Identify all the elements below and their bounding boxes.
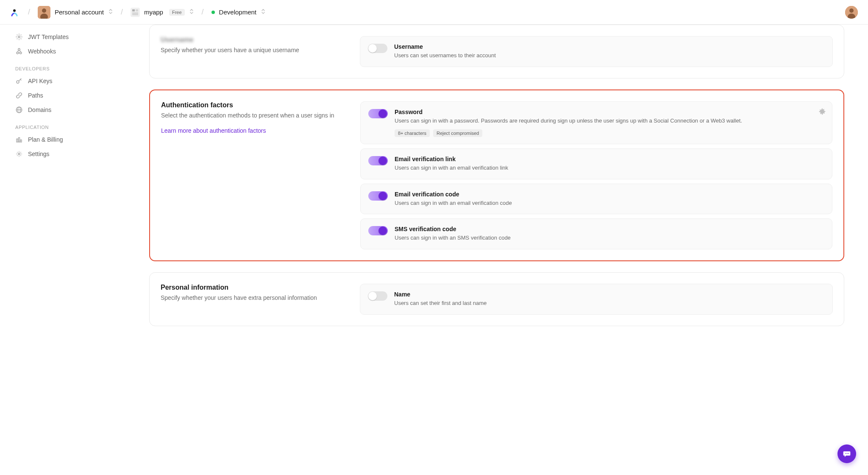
columns-icon [15,136,23,143]
account-name: Personal account [55,8,104,16]
sidebar-item-paths[interactable]: Paths [10,88,119,103]
sidebar: JWT TemplatesWebhooks DEVELOPERSAPI Keys… [0,25,125,343]
option-tag: Reject compromised [433,129,482,137]
sidebar-item-label: Paths [28,92,43,99]
section-username: Username Specify whether your users have… [149,25,844,78]
chevron-updown-icon [261,8,266,16]
toggle-name[interactable] [368,291,387,301]
profile-avatar[interactable] [845,6,858,19]
webhooks-icon [15,48,23,55]
option-row: UsernameUsers can set usernames to their… [360,36,833,67]
option-desc: Users can sign in with an email verifica… [395,164,824,172]
svg-point-10 [18,36,20,38]
app-tile-icon [131,8,140,17]
svg-rect-17 [17,139,18,142]
toggle-email-verification-code[interactable] [368,191,388,201]
env-status-dot [211,11,215,14]
option-row: PasswordUsers can sign in with a passwor… [360,101,832,144]
section-auth-factors: Authentication factors Select the authen… [149,89,844,261]
section-title: Username [161,36,343,44]
breadcrumb-separator: / [202,8,204,17]
option-title: Password [395,109,824,115]
section-desc: Specify whether your users have a unique… [161,46,343,55]
svg-point-20 [18,153,20,155]
sidebar-item-settings[interactable]: Settings [10,147,119,161]
sidebar-group-header: APPLICATION [10,117,119,132]
sidebar-item-label: Domains [28,106,51,113]
option-row: Email verification linkUsers can sign in… [360,148,832,179]
option-desc: Users can sign in with an SMS verificati… [395,234,824,242]
app-name: myapp [144,8,163,16]
svg-rect-5 [136,9,138,11]
option-title: Name [394,291,825,298]
option-title: Email verification code [395,191,824,198]
sidebar-item-label: Settings [28,151,50,157]
sidebar-item-jwt-templates[interactable]: JWT Templates [10,30,119,44]
option-desc: Users can sign in with an email verifica… [395,199,824,207]
account-switcher[interactable]: Personal account [38,6,113,19]
option-desc: Users can set their first and last name [394,299,825,307]
sidebar-group-header: DEVELOPERS [10,59,119,74]
option-title: SMS verification code [395,226,824,232]
toggle-sms-verification-code[interactable] [368,226,388,235]
svg-rect-6 [132,12,138,15]
section-personal-info: Personal information Specify whether you… [149,272,844,326]
env-switcher[interactable]: Development [211,8,266,16]
key-icon [15,77,23,85]
sidebar-item-webhooks[interactable]: Webhooks [10,44,119,59]
section-desc: Select the authentication methods to pre… [161,112,343,120]
plan-badge: Free [169,9,185,16]
option-row: SMS verification codeUsers can sign in w… [360,218,832,249]
option-row: NameUsers can set their first and last n… [360,284,833,315]
svg-rect-4 [132,9,135,11]
breadcrumb: / Personal account / myapp Free / Develo… [8,6,266,19]
sidebar-item-domains[interactable]: Domains [10,103,119,117]
app-switcher[interactable]: myapp Free [131,8,194,17]
option-desc: Users can set usernames to their account [394,52,825,60]
sidebar-item-label: Webhooks [28,48,56,55]
sidebar-item-label: Plan & Billing [28,136,63,143]
gear-star-icon [15,33,23,41]
env-name: Development [219,8,256,16]
svg-point-0 [13,9,16,12]
svg-rect-19 [20,140,22,142]
chevron-updown-icon [189,8,194,16]
svg-point-14 [17,81,19,83]
gear-icon [15,150,23,158]
breadcrumb-separator: / [28,8,30,17]
svg-point-2 [42,8,46,13]
option-title: Email verification link [395,156,824,162]
toggle-password[interactable] [368,109,388,118]
option-desc: Users can sign in with a password. Passw… [395,117,824,125]
sidebar-item-plan-billing[interactable]: Plan & Billing [10,132,119,147]
svg-point-11 [17,52,19,54]
option-tag: 8+ characters [395,129,430,137]
learn-more-link[interactable]: Learn more about authentication factors [161,127,266,134]
option-settings-button[interactable] [818,108,826,117]
toggle-username[interactable] [368,44,387,53]
app-logo[interactable] [8,6,20,18]
breadcrumb-separator: / [121,8,123,17]
svg-point-12 [20,52,22,54]
section-title: Personal information [161,284,343,291]
globe-icon [15,106,23,114]
section-desc: Specify whether your users have extra pe… [161,294,343,302]
top-bar: / Personal account / myapp Free / Develo… [0,0,868,25]
section-title: Authentication factors [161,101,343,109]
option-row: Email verification codeUsers can sign in… [360,184,832,215]
sidebar-item-api-keys[interactable]: API Keys [10,74,119,88]
link-icon [15,92,23,99]
account-avatar [38,6,50,19]
svg-rect-18 [19,138,20,142]
option-title: Username [394,43,825,50]
svg-point-8 [849,8,854,13]
chevron-updown-icon [108,8,113,16]
toggle-email-verification-link[interactable] [368,156,388,165]
main-content: Username Specify whether your users have… [125,25,868,343]
sidebar-item-label: API Keys [28,78,53,84]
sidebar-item-label: JWT Templates [28,34,69,40]
